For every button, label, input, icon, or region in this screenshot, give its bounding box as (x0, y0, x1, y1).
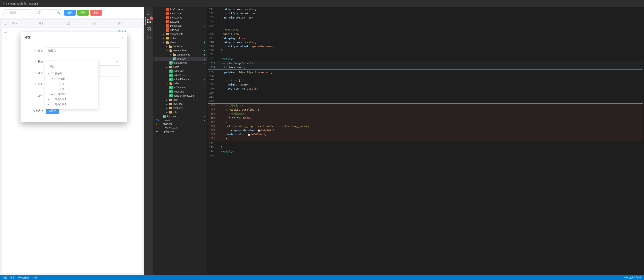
svg-text:S: S (166, 29, 168, 31)
bottom-item-output[interactable]: 输出 (10, 276, 15, 279)
file-item-transformtype-vue[interactable]: V transformType.vue (154, 94, 207, 98)
calendar-icon: 📅 (48, 83, 52, 86)
folder-item-lowcode[interactable]: ▶ lowCode (154, 102, 207, 106)
svg-rect-5 (147, 28, 148, 29)
file-item-tablelist-vue[interactable]: V tableList.vue U (154, 61, 207, 65)
svg-line-4 (148, 20, 150, 22)
code-line: 242 justify-content: end; (207, 12, 644, 16)
code-line: 267 } (208, 120, 643, 124)
svg-text:V: V (170, 79, 171, 81)
folder-name: elementPlus (174, 49, 187, 52)
search-button[interactable]: 搜索 (64, 10, 76, 16)
folder-name: methods (173, 107, 182, 110)
folder-item-methods[interactable]: ▶ methods (154, 106, 207, 110)
file-name: tree.vue (177, 57, 186, 60)
select-all-checkbox[interactable] (4, 22, 7, 25)
file-item-main-ts[interactable]: TS main.ts M (154, 118, 207, 122)
svg-rect-8 (147, 30, 148, 31)
file-item-lowcode-svg[interactable]: S lowCode.svg (154, 8, 207, 12)
file-name: tableList.vue (174, 62, 187, 64)
delete-button[interactable]: 删除 (90, 10, 102, 16)
folder-item-index[interactable]: ▼ index (154, 81, 207, 86)
file-name: index.vue (174, 90, 184, 93)
breadcrumb: elementPlus集合 / tableList (6, 2, 39, 6)
folder-item-router[interactable]: ▶ router (154, 36, 207, 40)
svg-text:V: V (170, 87, 171, 89)
file-item-style-css[interactable]: # style.css (154, 122, 207, 126)
code-line: 1 reference (207, 28, 644, 32)
person-select-button[interactable]: 请选择 (46, 107, 59, 114)
file-item-gitignore[interactable]: ◆ .gitignore (154, 130, 207, 133)
name-input[interactable]: 名字 🔍 (34, 10, 62, 16)
file-item-index2-vue[interactable]: V index2.vue (154, 73, 207, 77)
file-name: index.vue (174, 70, 184, 73)
file-item-vite-env-ts[interactable]: TS vite-env.d.ts (154, 126, 207, 130)
file-item-menu1-svg[interactable]: S menu1.svg (154, 12, 207, 16)
dot-badge (204, 42, 205, 43)
file-item-app-vue[interactable]: V App.vue M (154, 114, 207, 118)
code-line: 243 margin-bottom: 8px; (207, 16, 644, 20)
name-input-field[interactable] (46, 47, 121, 54)
file-upload-button[interactable]: 选择上传文... (46, 92, 66, 99)
status-select-field[interactable]: 请选择 ▼ (46, 58, 121, 66)
form-row-name: * 姓名 (27, 47, 121, 54)
folder-item-views[interactable]: ▼ views (154, 40, 207, 44)
code-line: 265 /*隐藏滚轮*/ (208, 112, 643, 116)
row-checkbox[interactable] (2, 38, 10, 41)
menu-icon[interactable]: ≡ (2, 2, 4, 6)
code-line: 269 background-color: #e6e7e9c2; (208, 128, 643, 132)
folder-item-bootstrap[interactable]: ▶ bootstrap (154, 44, 207, 49)
extensions-icon[interactable] (145, 26, 152, 33)
time-date-picker[interactable]: 📅 请选择 (46, 81, 121, 88)
code-line: 256 (207, 74, 644, 79)
file-item-index-vue2[interactable]: V index.vue (154, 90, 207, 94)
file-item-bgtype-vue[interactable]: V bgType.vue M (154, 86, 207, 90)
add-button[interactable]: 添加 (77, 10, 89, 16)
row-checkbox[interactable] (2, 30, 10, 33)
file-item-role-svg[interactable]: S role.svg (154, 20, 207, 24)
git-badge: 22 (150, 17, 153, 20)
bottom-item-question[interactable]: 问题 (2, 276, 7, 279)
svg-text:V: V (173, 58, 174, 60)
file-item-menu2-svg[interactable]: S menu2.svg (154, 16, 207, 20)
file-item-vue-svg[interactable]: S vue.svg (154, 28, 207, 32)
file-sidebar: S lowCode.svg S menu1.svg S menu2.svg S … (154, 8, 207, 275)
files-icon[interactable] (145, 9, 152, 17)
bottom-item-terminal[interactable]: 终端 (33, 276, 37, 279)
address-input-field[interactable] (46, 70, 121, 77)
bottom-item-debug-console[interactable]: 调试控制台 (18, 276, 30, 279)
file-name: theme.svg (170, 25, 182, 27)
modal-close-button[interactable]: × (122, 36, 123, 40)
file-item-theme-svg[interactable]: S theme.svg U (154, 24, 207, 28)
modal-body: * 姓名 * 状态 请选择 ▼ * 地址 (20, 43, 128, 122)
status-select[interactable]: ☰ 请选择 (3, 10, 32, 16)
code-line: 249 justify-content: space-between; (207, 44, 644, 49)
code-line: 264 ::-webkit-scrollbar { (208, 108, 643, 112)
form-label-address: * 地址 (27, 70, 43, 75)
file-badge: M (204, 87, 205, 89)
editor-content[interactable]: 241 align-items: center; 242 justify-con… (207, 8, 644, 275)
folder-item-components[interactable]: ▶ components (154, 32, 207, 36)
folder-item-components-inner[interactable]: ▼ components (154, 53, 207, 57)
source-control-icon[interactable]: 22 (145, 17, 152, 25)
folder-item-elementplus[interactable]: ▼ elementPlus (154, 49, 207, 53)
table-header: Date 姓名 状态 地址 操作 (2, 20, 142, 28)
folder-item-home[interactable]: ▶ home (154, 65, 207, 69)
col-name: 姓名 (36, 22, 63, 25)
code-line: 258 height: 300px; (207, 83, 644, 87)
svg-text:V: V (170, 62, 171, 64)
file-item-index-vue[interactable]: V index.vue (154, 69, 207, 73)
file-item-uploadfile-vue[interactable]: V uploadFile.vue M (154, 77, 207, 81)
code-line: 255 padding: 14px 20px !important; (207, 70, 644, 74)
debug-icon[interactable] (145, 34, 152, 41)
breadcrumb-app: elementPlus集合 (6, 2, 26, 6)
folder-item-role[interactable]: ▶ role (154, 110, 207, 114)
file-badge: M (204, 119, 205, 122)
file-name: lowCode.svg (170, 8, 184, 11)
folder-item-login[interactable]: ▶ login (154, 98, 207, 102)
activity-bar: 22 (144, 8, 154, 275)
code-line: 262 (207, 99, 644, 103)
svg-text:S: S (166, 13, 168, 15)
file-item-tree-vue[interactable]: V tree.vue U (154, 57, 207, 61)
file-name: uploadFile.vue (174, 78, 190, 81)
